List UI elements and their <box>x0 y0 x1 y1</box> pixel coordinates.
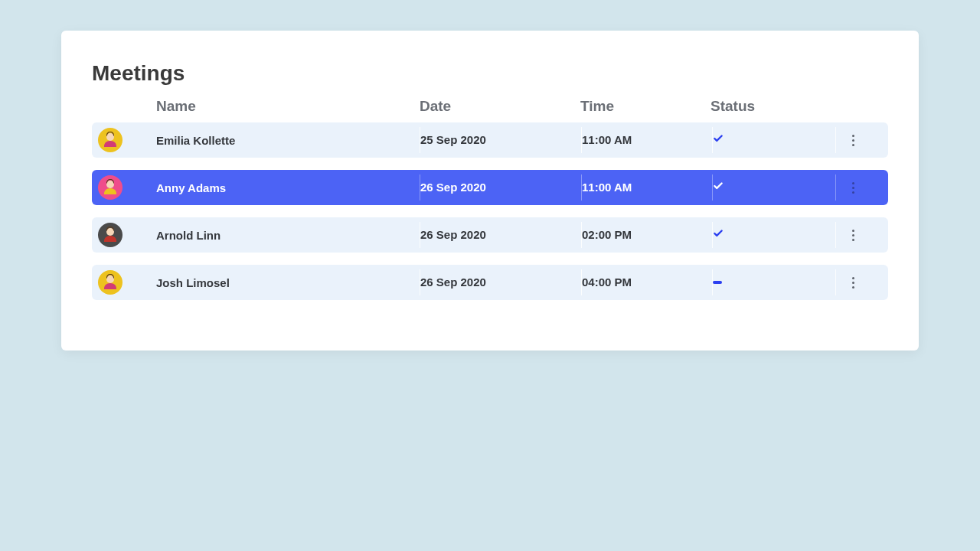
avatar <box>98 270 122 295</box>
col-header-status: Status <box>710 98 755 115</box>
avatar <box>98 175 122 200</box>
cell-date: 26 Sep 2020 <box>420 228 486 241</box>
col-header-time: Time <box>580 98 614 114</box>
check-icon <box>713 133 724 147</box>
avatar <box>98 128 122 152</box>
table-body: Emilia Kollette 25 Sep 2020 11:00 AM Ann… <box>92 122 888 300</box>
cell-date: 26 Sep 2020 <box>420 181 486 194</box>
table-header: Name Date Time Status <box>92 98 888 122</box>
svg-point-1 <box>106 133 114 141</box>
cell-name: Anny Adams <box>156 181 226 194</box>
check-icon <box>713 228 724 242</box>
minus-icon <box>713 281 722 284</box>
page-title: Meetings <box>92 61 888 86</box>
meetings-card: Meetings Name Date Time Status Emilia Ko… <box>61 31 919 350</box>
cell-time: 11:00 AM <box>582 133 632 146</box>
svg-point-7 <box>106 276 114 283</box>
col-header-name: Name <box>156 98 196 115</box>
table-row[interactable]: Anny Adams 26 Sep 2020 11:00 AM <box>92 170 888 205</box>
cell-time: 04:00 PM <box>582 276 632 289</box>
cell-name: Josh Limosel <box>156 276 230 289</box>
more-button[interactable] <box>845 272 861 293</box>
more-button[interactable] <box>845 224 861 246</box>
svg-point-3 <box>106 181 114 188</box>
avatar <box>98 223 122 247</box>
more-button[interactable] <box>845 177 861 198</box>
table-row[interactable]: Josh Limosel 26 Sep 2020 04:00 PM <box>92 265 888 300</box>
check-icon <box>713 181 724 194</box>
table-row[interactable]: Arnold Linn 26 Sep 2020 02:00 PM <box>92 217 888 253</box>
table-row[interactable]: Emilia Kollette 25 Sep 2020 11:00 AM <box>92 122 888 158</box>
cell-date: 25 Sep 2020 <box>420 133 486 146</box>
cell-time: 02:00 PM <box>582 228 632 241</box>
cell-name: Emilia Kollette <box>156 134 235 147</box>
cell-time: 11:00 AM <box>582 181 632 194</box>
col-header-date: Date <box>420 98 451 114</box>
cell-date: 26 Sep 2020 <box>420 276 486 289</box>
more-button[interactable] <box>845 129 861 151</box>
cell-name: Arnold Linn <box>156 229 220 242</box>
svg-point-5 <box>106 228 114 236</box>
